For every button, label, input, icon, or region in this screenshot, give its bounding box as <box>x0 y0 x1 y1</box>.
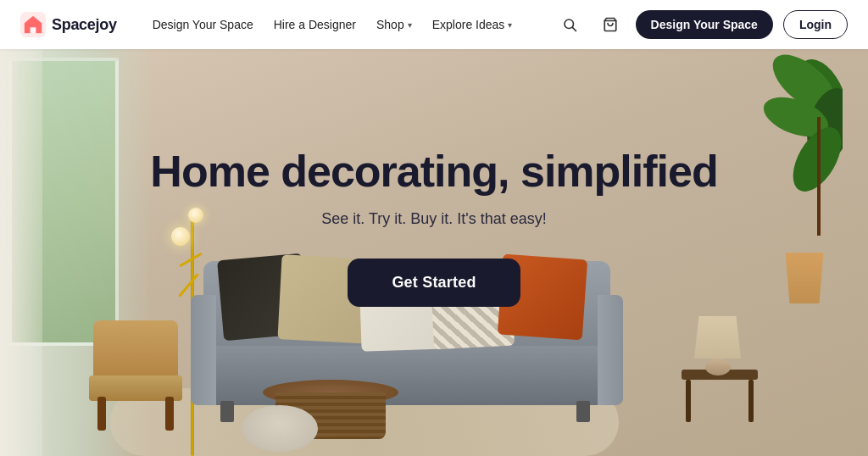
cart-icon <box>603 17 618 32</box>
hero-section: Home decorating, simplified See it. Try … <box>0 49 868 456</box>
nav-design-your-space[interactable]: Design Your Space <box>144 13 262 36</box>
login-button[interactable]: Login <box>783 10 848 39</box>
logo-icon <box>20 12 46 37</box>
brand-name: Spacejoy <box>52 16 117 34</box>
hero-content: Home decorating, simplified See it. Try … <box>0 49 868 456</box>
shop-chevron-icon: ▾ <box>408 20 412 30</box>
nav-shop[interactable]: Shop ▾ <box>368 13 420 36</box>
nav-right: Design Your Space Login <box>554 9 848 40</box>
get-started-button[interactable]: Get Started <box>348 259 520 307</box>
navbar: Spacejoy Design Your Space Hire a Design… <box>0 0 868 49</box>
design-your-space-button[interactable]: Design Your Space <box>636 10 773 39</box>
svg-rect-1 <box>31 27 36 33</box>
svg-line-3 <box>572 27 576 31</box>
explore-chevron-icon: ▾ <box>508 20 512 30</box>
hero-title: Home decorating, simplified <box>150 147 717 196</box>
nav-hire-designer[interactable]: Hire a Designer <box>265 13 364 36</box>
hero-subtitle: See it. Try it. Buy it. It's that easy! <box>321 210 547 228</box>
search-button[interactable] <box>554 9 585 40</box>
search-icon <box>562 17 577 32</box>
nav-explore-ideas[interactable]: Explore Ideas ▾ <box>424 13 521 36</box>
nav-links: Design Your Space Hire a Designer Shop ▾… <box>144 13 554 36</box>
logo[interactable]: Spacejoy <box>20 12 117 37</box>
cart-button[interactable] <box>595 9 626 40</box>
